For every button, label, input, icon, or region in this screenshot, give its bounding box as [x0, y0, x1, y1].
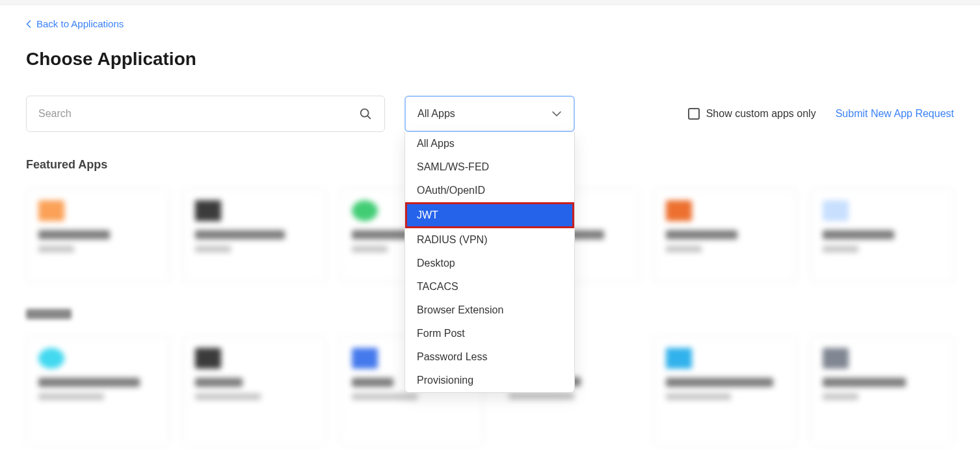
dropdown-item-form-post[interactable]: Form Post	[405, 322, 574, 345]
chevron-down-icon	[551, 111, 562, 117]
app-name	[352, 378, 393, 387]
app-icon	[823, 348, 849, 369]
app-card[interactable]	[810, 188, 954, 283]
show-custom-label: Show custom apps only	[706, 108, 816, 120]
back-link-label: Back to Applications	[36, 18, 124, 29]
dropdown-item-tacacs[interactable]: TACACS	[405, 275, 574, 298]
app-icon	[352, 348, 378, 369]
app-card[interactable]	[183, 188, 326, 283]
checkbox-icon	[688, 108, 700, 120]
app-type	[823, 246, 858, 252]
svg-line-1	[367, 116, 370, 118]
app-name	[823, 230, 894, 239]
app-card[interactable]	[654, 188, 797, 283]
app-name	[666, 378, 773, 387]
dropdown-item-all-apps[interactable]: All Apps	[405, 132, 574, 155]
app-card[interactable]	[654, 336, 797, 446]
app-type	[352, 393, 417, 400]
search-input[interactable]	[38, 108, 358, 120]
app-icon	[352, 200, 378, 221]
app-icon	[38, 200, 64, 221]
search-box[interactable]	[26, 96, 385, 132]
search-icon	[358, 107, 373, 121]
filter-dropdown-menu: All Apps SAML/WS-FED OAuth/OpenID JWT RA…	[404, 132, 575, 393]
chevron-left-icon	[26, 20, 31, 28]
app-name	[38, 378, 140, 387]
app-type	[195, 393, 261, 400]
submit-new-app-link[interactable]: Submit New App Request	[836, 108, 954, 120]
show-custom-apps-checkbox[interactable]: Show custom apps only	[688, 108, 816, 120]
dropdown-item-provisioning[interactable]: Provisioning	[405, 369, 574, 392]
app-card[interactable]	[26, 336, 170, 446]
dropdown-item-password-less[interactable]: Password Less	[405, 345, 574, 369]
app-icon	[195, 200, 221, 221]
app-card[interactable]	[810, 336, 954, 446]
app-card[interactable]	[26, 188, 170, 283]
app-icon	[666, 348, 692, 369]
app-name	[195, 230, 284, 239]
app-name	[823, 378, 906, 387]
dropdown-item-jwt[interactable]: JWT	[405, 202, 574, 228]
back-to-applications-link[interactable]: Back to Applications	[26, 18, 124, 29]
app-type	[666, 393, 732, 400]
dropdown-item-radius[interactable]: RADIUS (VPN)	[405, 228, 574, 252]
dropdown-item-browser-ext[interactable]: Browser Extension	[405, 298, 574, 322]
app-type	[509, 393, 575, 399]
app-name	[38, 230, 110, 239]
app-type	[352, 246, 388, 252]
filter-dropdown: All Apps All Apps SAML/WS-FED OAuth/Open…	[404, 96, 575, 132]
app-type	[666, 246, 702, 252]
app-type	[38, 246, 74, 252]
filter-row: All Apps All Apps SAML/WS-FED OAuth/Open…	[26, 96, 954, 132]
filter-dropdown-selected: All Apps	[417, 108, 455, 120]
app-type	[823, 393, 858, 400]
app-name	[195, 378, 243, 387]
app-name	[666, 230, 737, 239]
app-icon	[195, 348, 221, 369]
dropdown-item-oauth[interactable]: OAuth/OpenID	[405, 179, 574, 202]
dropdown-item-saml[interactable]: SAML/WS-FED	[405, 155, 574, 179]
app-type	[195, 246, 231, 252]
dropdown-item-desktop[interactable]: Desktop	[405, 252, 574, 275]
app-type	[38, 393, 104, 400]
filter-dropdown-toggle[interactable]: All Apps	[404, 96, 575, 132]
app-icon	[823, 200, 849, 221]
page-title: Choose Application	[26, 49, 954, 70]
app-icon	[38, 348, 64, 369]
all-apps-title	[26, 309, 72, 319]
app-card[interactable]	[183, 336, 326, 446]
app-icon	[666, 200, 692, 221]
